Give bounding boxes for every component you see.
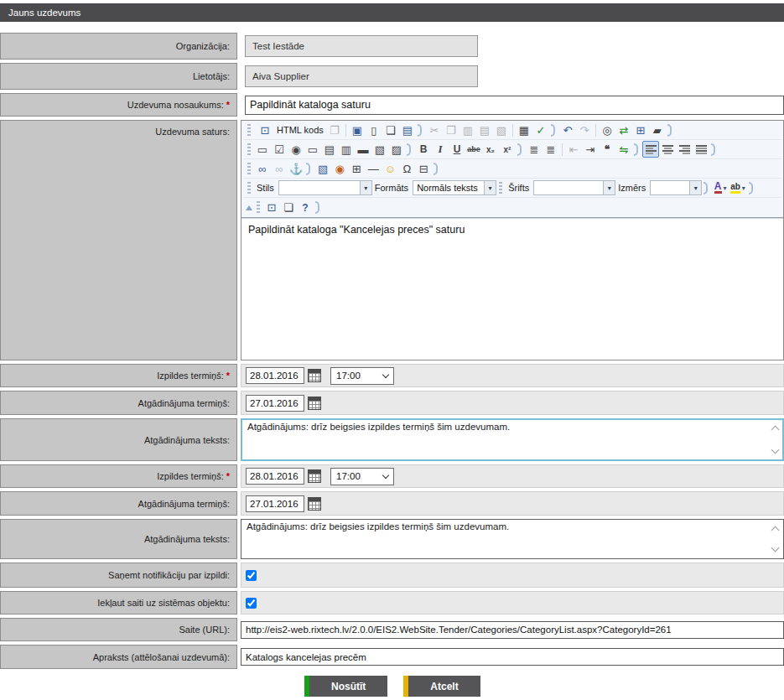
italic-icon[interactable]: I [432, 141, 449, 158]
toolbar-drag-handle[interactable] [247, 143, 251, 156]
paste-icon[interactable]: ▥ [459, 122, 476, 138]
select-field-icon[interactable]: ▥ [338, 141, 355, 158]
undo-icon[interactable]: ↶ [559, 122, 576, 138]
show-blocks-icon[interactable]: ❏ [280, 200, 297, 216]
toolbar-drag-handle[interactable] [499, 182, 502, 194]
unlink-icon[interactable]: ∞ [271, 160, 288, 177]
include-link-checkbox[interactable] [246, 598, 257, 609]
copy-icon[interactable]: ❐ [443, 122, 459, 138]
print-icon[interactable]: ▦ [516, 122, 532, 138]
remove-format-icon[interactable]: ▰ [649, 122, 666, 138]
reminder-date-input[interactable] [246, 395, 304, 412]
cancel-button-label: Atcelt [408, 676, 480, 697]
description-input[interactable] [241, 648, 784, 666]
due-time-select[interactable]: 17:00 [330, 367, 394, 385]
task-content-label: Uzdevuma saturs: [155, 127, 230, 137]
find-icon[interactable]: ◎ [599, 122, 615, 138]
toolbar-drag-handle[interactable] [247, 163, 251, 175]
textarea-field-icon[interactable]: ▤ [321, 141, 338, 158]
outdent-icon[interactable]: ⇤ [565, 141, 582, 158]
calendar-icon[interactable] [308, 369, 321, 382]
action-buttons: Nosūtīt Atcelt [304, 676, 784, 697]
anchor-icon[interactable]: ⚓ [288, 160, 304, 177]
indent-icon[interactable]: ⇥ [582, 141, 599, 158]
align-left-icon[interactable] [642, 141, 659, 158]
rich-text-editor: ⊡ HTML kods ❐ ▣ ▯ ❏ ▤ ✂ ❐ ▥ ▤ [241, 120, 784, 360]
form-icon[interactable]: ▭ [254, 141, 271, 158]
new-page-icon[interactable]: ▯ [366, 122, 382, 138]
flash-icon[interactable]: ◉ [331, 160, 348, 177]
align-center-icon[interactable] [659, 141, 676, 158]
toolbar-drag-handle[interactable] [257, 201, 260, 214]
spellcheck-icon[interactable]: ✓ [532, 122, 549, 138]
reminder-text-area-2[interactable]: Atgādinājums: drīz beigsies izpildes ter… [241, 519, 784, 559]
align-right-icon[interactable] [676, 141, 693, 158]
reminder-text-area[interactable]: Atgādinājums: drīz beigsies izpildes ter… [241, 418, 784, 461]
templates-icon[interactable]: ❐ [326, 122, 343, 138]
editor-content-area[interactable]: Papildināt kataloga "Kancelejas preces" … [241, 218, 783, 360]
cut-icon[interactable]: ✂ [426, 122, 443, 138]
font-combo[interactable]: ▾ [533, 180, 615, 195]
help-icon[interactable]: ? [297, 200, 314, 216]
image-button-icon[interactable]: ▧ [371, 141, 388, 158]
toolbar-drag-handle[interactable] [247, 124, 251, 137]
button-field-icon[interactable]: ▬ [355, 141, 371, 158]
bold-icon[interactable]: B [415, 141, 432, 158]
strikethrough-icon[interactable]: abe [465, 141, 482, 158]
table-icon[interactable]: ⊞ [348, 160, 365, 177]
text-color-icon[interactable]: A ▾ [712, 179, 729, 196]
blockquote-icon[interactable]: ❝ [599, 141, 615, 158]
link-icon[interactable]: ∞ [254, 160, 271, 177]
checkbox-field-icon[interactable]: ☑ [271, 141, 288, 158]
text-field-icon[interactable]: ▭ [304, 141, 321, 158]
style-combo[interactable]: ▾ [278, 180, 372, 195]
url-input[interactable] [241, 621, 784, 639]
size-combo[interactable]: ▾ [650, 180, 702, 195]
templates-blue-icon[interactable]: ▤ [399, 122, 416, 138]
redo-icon[interactable]: ↷ [576, 122, 593, 138]
toolbar-row-1: ⊡ HTML kods ❐ ▣ ▯ ❏ ▤ ✂ ❐ ▥ ▤ [243, 121, 781, 140]
select-all-icon[interactable]: ⊞ [632, 122, 649, 138]
calendar-icon[interactable] [308, 497, 321, 511]
maximize-icon[interactable]: ⊡ [263, 200, 280, 216]
due-date-input-2[interactable] [246, 468, 304, 485]
calendar-icon[interactable] [308, 397, 321, 410]
horizontal-rule-icon[interactable]: — [365, 160, 382, 177]
paste-word-icon[interactable]: ▧ [493, 122, 510, 138]
toolbar-drag-handle[interactable] [247, 182, 251, 194]
notify-checkbox[interactable] [246, 570, 257, 581]
subscript-icon[interactable]: x₂ [482, 141, 499, 158]
task-name-input[interactable] [245, 96, 784, 115]
align-justify-icon[interactable] [693, 141, 709, 158]
due-date-input[interactable] [246, 367, 304, 384]
due-time-select-2[interactable]: 17:00 [330, 468, 394, 485]
hidden-field-icon[interactable]: ▨ [388, 141, 405, 158]
superscript-icon[interactable]: x² [499, 141, 516, 158]
format-combo[interactable]: Normāls teksts ▾ [413, 180, 496, 195]
field-row-task-name: Uzdevuma nosaukums: * [0, 93, 784, 117]
preview-icon[interactable]: ❏ [382, 122, 399, 138]
paste-text-icon[interactable]: ▤ [476, 122, 493, 138]
bulleted-list-icon[interactable]: ≣ [543, 141, 559, 158]
page-break-icon[interactable]: ⊟ [415, 160, 432, 177]
highlight-color-icon[interactable]: ab ▾ [729, 179, 747, 196]
format-combo-value: Normāls teksts [417, 183, 478, 193]
save-icon[interactable]: ▣ [349, 122, 366, 138]
numbered-list-icon[interactable]: ≣ [526, 141, 543, 158]
calendar-icon[interactable] [308, 469, 321, 483]
source-button[interactable]: ⊡ HTML kods [254, 122, 326, 138]
special-char-icon[interactable]: Ω [398, 160, 415, 177]
image-icon[interactable]: ▧ [314, 160, 331, 177]
replace-icon[interactable]: ⇄ [615, 122, 632, 138]
style-combo-label: Stils [257, 183, 274, 193]
submit-button[interactable]: Nosūtīt [304, 676, 387, 697]
cancel-button[interactable]: Atcelt [403, 676, 480, 697]
required-marker: * [226, 100, 230, 110]
toolbar-collapse-icon[interactable] [246, 205, 252, 210]
smiley-icon[interactable]: ☺ [382, 160, 398, 177]
radio-field-icon[interactable]: ◉ [288, 141, 304, 158]
underline-icon[interactable]: U [449, 141, 465, 158]
text-direction-icon[interactable]: ⇋ [615, 141, 632, 158]
reminder-date-input-2[interactable] [246, 495, 304, 512]
reminder-date-label: Atgādinājuma termiņš: [0, 391, 237, 415]
